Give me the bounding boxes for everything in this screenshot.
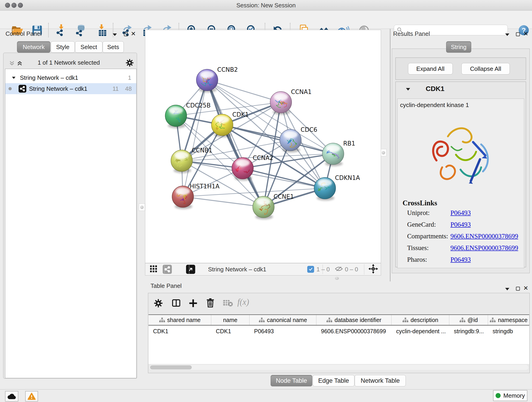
- collection-expander-icon[interactable]: [12, 77, 15, 79]
- network-graph[interactable]: CCNB2CCNA1CDC25BCDK1CDC6RB1CCNB1CCNA2CDK…: [145, 30, 381, 263]
- birds-eye-grid-icon[interactable]: [149, 265, 158, 274]
- tab-edge-table[interactable]: Edge Table: [313, 375, 355, 386]
- import-network-database-icon[interactable]: [74, 23, 88, 38]
- main-toolbar: ?: [0, 11, 532, 29]
- table-panel-float-icon[interactable]: [516, 287, 520, 291]
- current-network-name: String Network – cdk1: [208, 266, 266, 273]
- expand-all-chevron-icon[interactable]: [17, 60, 23, 67]
- open-in-new-window-icon[interactable]: [186, 265, 195, 274]
- column-tree-icon: [459, 317, 466, 322]
- expand-all-button[interactable]: Expand All: [408, 63, 453, 75]
- tab-network-table[interactable]: Network Table: [355, 375, 406, 386]
- crosslink-row: Compartments:9606.ENSP00000378699: [407, 232, 526, 244]
- table-cell[interactable]: stringdb: [488, 326, 530, 337]
- node-label-CDKN1A: CDKN1A: [335, 174, 360, 181]
- warnings-button[interactable]: [25, 391, 38, 402]
- table-row[interactable]: CDK1CDK1P064939606.ENSP00000378699cyclin…: [148, 326, 529, 337]
- gene-description: cyclin-dependent kinase 1: [400, 102, 469, 109]
- node-CDC25B[interactable]: [165, 105, 187, 128]
- column-header-shared-name[interactable]: shared name: [148, 315, 211, 325]
- results-panel-menu-icon[interactable]: [505, 33, 509, 36]
- network-collection-row[interactable]: String Network – cdk1 1: [5, 72, 136, 83]
- node-label-CDK1: CDK1: [232, 111, 249, 118]
- column-tree-icon: [259, 317, 265, 322]
- tab-sets[interactable]: Sets: [103, 41, 124, 53]
- node-CCNE1[interactable]: [253, 196, 274, 219]
- node-CCNB1[interactable]: [171, 150, 192, 173]
- column-header-name[interactable]: name: [211, 315, 249, 325]
- network-options-gear-icon[interactable]: [126, 59, 134, 68]
- memory-button[interactable]: Memory: [493, 390, 527, 401]
- title-bar: Session: New Session: [0, 0, 532, 11]
- table-cell[interactable]: stringdb:9...: [449, 326, 488, 337]
- control-panel-menu-icon[interactable]: [113, 33, 117, 36]
- edge-CCNB2-HIST1H1A[interactable]: [183, 80, 207, 197]
- crosslink-label: Tissues:: [407, 244, 450, 252]
- table-panel-menu-icon[interactable]: [505, 288, 509, 290]
- network-row-selected[interactable]: String Network – cdk1 11 48: [5, 83, 136, 94]
- table-cell[interactable]: 9606.ENSP00000378699: [317, 326, 392, 337]
- memory-label: Memory: [503, 392, 525, 399]
- control-panel-close-icon[interactable]: ✕: [131, 31, 136, 36]
- left-splitter-handle[interactable]: [139, 204, 145, 211]
- delete-column-trash-icon[interactable]: [206, 298, 215, 307]
- hidden-items-eye-icon: [335, 266, 343, 273]
- right-splitter-handle[interactable]: [380, 149, 386, 156]
- table-panel-close-icon[interactable]: ✕: [523, 286, 528, 291]
- tab-network[interactable]: Network: [17, 41, 51, 53]
- node-CDK1[interactable]: [211, 114, 233, 137]
- crosslink-value-link[interactable]: 9606.ENSP00000378699: [450, 244, 518, 251]
- cloud-services-button[interactable]: [5, 391, 18, 402]
- results-panel-float-icon[interactable]: [516, 32, 520, 36]
- selected-nodes-checkbox[interactable]: [307, 266, 314, 273]
- show-columns-icon[interactable]: [171, 298, 181, 308]
- horizontal-scrollbar[interactable]: [149, 365, 528, 370]
- table-cell[interactable]: CDK1: [148, 326, 211, 337]
- horizontal-scrollbar-thumb[interactable]: [150, 365, 192, 370]
- network-view-canvas[interactable]: CCNB2CCNA1CDC25BCDK1CDC6RB1CCNB1CCNA2CDK…: [145, 30, 381, 263]
- warning-icon: [27, 392, 36, 400]
- delete-table-icon[interactable]: [223, 300, 233, 307]
- column-header-canonical-name[interactable]: canonical name: [249, 315, 317, 325]
- tab-style[interactable]: Style: [51, 41, 75, 53]
- horizontal-splitter-handle[interactable]: [335, 277, 339, 280]
- column-header-database-identifier[interactable]: database identifier: [317, 315, 392, 325]
- network-overview-icon[interactable]: [163, 265, 172, 274]
- edge-HIST1H1A-CCNE1[interactable]: [183, 197, 264, 207]
- node-label-CCNE1: CCNE1: [273, 193, 294, 200]
- table-cell[interactable]: CDK1: [211, 326, 249, 337]
- function-builder-icon[interactable]: f(x): [237, 297, 249, 307]
- node-RB1[interactable]: [322, 143, 344, 166]
- tab-string[interactable]: String: [446, 41, 471, 53]
- gene-section-expander-icon[interactable]: [406, 88, 410, 90]
- crosslink-value-link[interactable]: 9606.ENSP00000378699: [450, 232, 518, 240]
- import-network-file-icon[interactable]: [54, 23, 68, 38]
- pan-crosshair-icon[interactable]: [364, 264, 378, 274]
- column-header--id[interactable]: @id: [449, 315, 488, 325]
- tab-node-table[interactable]: Node Table: [271, 375, 312, 386]
- tab-select[interactable]: Select: [75, 41, 102, 53]
- edge-CCNB2-CCNA1[interactable]: [207, 80, 281, 102]
- toolbar-separator: [189, 264, 189, 274]
- node-CDKN1A[interactable]: [314, 177, 336, 201]
- node-CDC6[interactable]: [280, 129, 301, 153]
- results-panel-close-icon[interactable]: ✕: [523, 31, 528, 36]
- node-label-RB1: RB1: [343, 140, 355, 147]
- control-panel-float-icon[interactable]: [124, 32, 128, 36]
- import-table-file-icon[interactable]: [94, 23, 108, 38]
- crosslink-value-link[interactable]: P06493: [450, 256, 471, 263]
- node-label-CCNB2: CCNB2: [217, 66, 238, 73]
- collection-label: String Network – cdk1: [20, 74, 78, 81]
- add-column-icon[interactable]: [189, 299, 198, 308]
- table-cell[interactable]: P06493: [249, 326, 317, 337]
- collapse-all-button[interactable]: Collapse All: [462, 63, 510, 75]
- table-cell[interactable]: cyclin-dependent ...: [392, 326, 449, 337]
- table-settings-gear-icon[interactable]: [154, 299, 163, 308]
- column-header-description[interactable]: description: [392, 315, 449, 325]
- collapse-all-chevron-icon[interactable]: [9, 60, 15, 67]
- crosslink-value-link[interactable]: P06493: [450, 209, 471, 216]
- crosslink-value-link[interactable]: P06493: [450, 221, 471, 228]
- network-row-label: String Network – cdk1: [29, 85, 87, 92]
- node-CCNA1[interactable]: [270, 91, 292, 115]
- column-header-namespace[interactable]: namespace: [488, 315, 530, 325]
